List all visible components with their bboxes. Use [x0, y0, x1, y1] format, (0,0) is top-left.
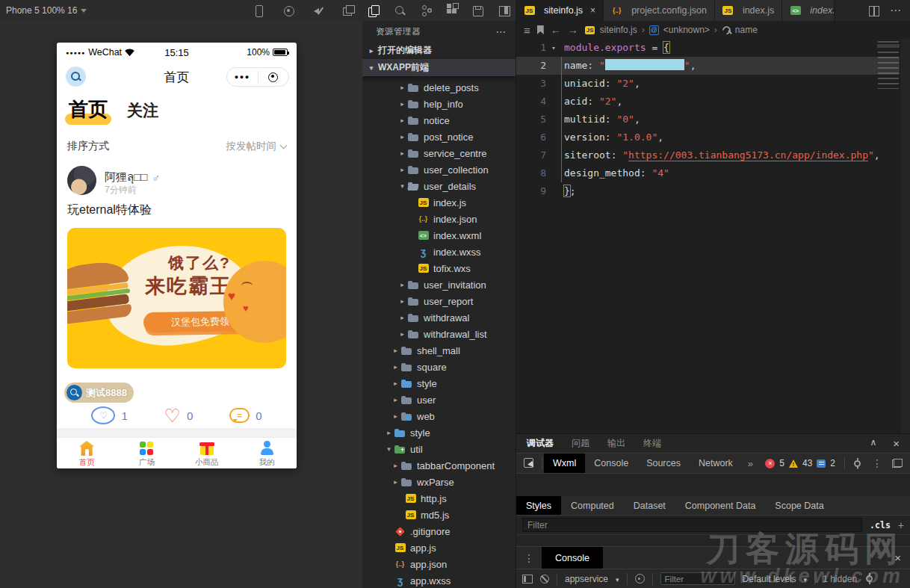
file-tree-item[interactable]: web [362, 408, 516, 424]
project-root-section[interactable]: WXAPP前端 [362, 59, 516, 76]
devtools-tab[interactable]: Network [690, 454, 742, 473]
inspect-element-icon[interactable] [524, 458, 535, 469]
code-line[interactable]: 3 uniacid: "2", [516, 75, 910, 93]
console-drawer-tab[interactable]: Console [542, 547, 603, 569]
file-tree-item[interactable]: help_info [362, 96, 516, 112]
tab-bar-item[interactable]: 小商品 [177, 438, 237, 468]
save-all-icon[interactable] [472, 4, 484, 16]
file-tree-item[interactable]: post_notice [362, 129, 516, 145]
console-filter-input[interactable]: Filter [660, 572, 735, 585]
devtools-tab[interactable]: Wxml [544, 454, 585, 473]
tab-bar-item[interactable]: 广场 [117, 438, 176, 468]
fold-icon[interactable] [546, 164, 561, 182]
file-tree-item[interactable]: http.js [362, 490, 516, 507]
file-tree-item[interactable]: user_invitation [362, 276, 516, 293]
post-stat[interactable]: 0 [164, 407, 194, 424]
fold-icon[interactable] [546, 39, 561, 57]
editor-tab[interactable]: index.js [715, 0, 782, 21]
device-selector[interactable]: Phone 5 100% 16 [0, 5, 87, 16]
code-editor[interactable]: 1 module.exports = { 2 name: "", 3 uniac… [516, 39, 910, 433]
file-tree-item[interactable]: style [362, 375, 516, 392]
file-tree-item[interactable]: withdrawal_list [362, 326, 516, 342]
console-settings-icon[interactable] [864, 574, 874, 584]
file-tree-item[interactable]: index.js [362, 194, 516, 211]
settings-gear-icon[interactable] [852, 459, 862, 468]
post-banner-image[interactable]: 饿了么? 来吃霸王餐 汉堡包免费领 ♥ ♥ [67, 228, 286, 368]
fold-icon[interactable] [546, 182, 561, 200]
code-line[interactable]: 4 acid: "2", [516, 93, 910, 111]
editor-tab[interactable]: siteinfo.js [516, 0, 604, 21]
search-icon[interactable] [394, 4, 406, 16]
file-tree-item[interactable]: notice [362, 112, 516, 129]
file-tree-item[interactable]: index.wxss [362, 244, 516, 260]
code-line[interactable]: 8 design_method: "4" [516, 164, 910, 182]
breadcrumb-member[interactable]: name [735, 25, 758, 35]
file-tree-item[interactable]: withdrawal [362, 309, 516, 326]
fold-icon[interactable] [546, 111, 561, 129]
close-minimize-icon[interactable] [259, 72, 289, 82]
close-icon[interactable] [590, 5, 595, 16]
more-actions-icon[interactable] [496, 25, 507, 37]
record-icon[interactable] [282, 4, 294, 16]
close-panel-icon[interactable] [498, 4, 510, 16]
sort-selector[interactable]: 按发帖时间 [226, 140, 287, 153]
maximize-panel-icon[interactable] [870, 437, 876, 450]
inspector-tab[interactable]: Component Data [675, 496, 766, 515]
file-tree-item[interactable]: service_centre [362, 145, 516, 161]
outline-list-icon[interactable] [524, 24, 530, 37]
file-tree-item[interactable]: user_details [362, 178, 516, 194]
panel-tab[interactable]: 终端 [643, 437, 661, 450]
windows-icon[interactable] [342, 4, 354, 16]
panel-tab[interactable]: 调试器 [527, 437, 554, 450]
file-tree-item[interactable]: index.json [362, 211, 516, 227]
file-tree-item[interactable]: app.js [362, 539, 516, 556]
more-actions-icon[interactable] [890, 4, 901, 17]
more-menu-icon[interactable]: ●●● [227, 73, 258, 81]
files-icon[interactable] [368, 4, 380, 16]
editor-tab[interactable]: project.config.json [604, 0, 715, 21]
code-line[interactable]: 2 name: "", [516, 57, 910, 75]
undock-window-icon[interactable] [892, 459, 903, 468]
fold-icon[interactable] [546, 93, 561, 111]
fold-icon[interactable] [546, 129, 561, 146]
phone-icon[interactable] [253, 4, 264, 16]
file-tree-item[interactable]: app.wxss [362, 572, 516, 588]
breadcrumb-symbol[interactable]: <unknown> [663, 25, 710, 35]
log-level-selector[interactable]: Default levels [743, 574, 796, 584]
file-tree-item[interactable]: delete_posts [362, 79, 516, 96]
more-options-icon[interactable] [872, 457, 882, 469]
drawer-menu-icon[interactable] [524, 552, 534, 564]
code-line[interactable]: 6 version: "1.0.0", [516, 129, 910, 146]
fold-icon[interactable] [546, 146, 561, 164]
inspector-tab[interactable]: Computed [561, 496, 624, 515]
file-tree-item[interactable]: style [362, 424, 516, 441]
split-editor-icon[interactable] [869, 6, 879, 15]
mute-icon[interactable] [312, 4, 324, 16]
devtools-tab[interactable]: Console [585, 454, 637, 473]
breadcrumb-file[interactable]: siteinfo.js [600, 25, 637, 35]
inspector-tab[interactable]: Dataset [624, 496, 675, 515]
more-tabs-icon[interactable] [742, 458, 759, 469]
open-editors-section[interactable]: 打开的编辑器 [362, 42, 516, 59]
post-stat[interactable]: 1 [91, 406, 127, 424]
execution-context-selector[interactable]: appservice [565, 574, 608, 584]
panel-tab[interactable]: 输出 [607, 437, 625, 450]
inspector-tab[interactable]: Scope Data [765, 496, 833, 515]
file-tree-item[interactable]: util [362, 441, 516, 457]
live-expression-icon[interactable] [635, 574, 645, 584]
panel-tab[interactable]: 问题 [572, 437, 589, 450]
code-line[interactable]: 1 module.exports = { [516, 39, 910, 57]
file-tree-item[interactable]: square [362, 359, 516, 375]
post-stat[interactable]: 0 [229, 408, 261, 423]
fold-icon[interactable] [546, 57, 561, 75]
tab-bar-item[interactable]: 首页 [57, 438, 117, 468]
post-text[interactable]: 玩eternal特体验 [67, 202, 152, 218]
navigate-back-icon[interactable]: ← [551, 24, 561, 36]
clear-console-icon[interactable] [540, 575, 549, 584]
file-tree-item[interactable]: app.json [362, 556, 516, 572]
fold-icon[interactable] [546, 75, 561, 93]
issue-badges[interactable]: 5 43 2 [765, 458, 841, 468]
styles-filter-input[interactable]: Filter [522, 518, 862, 532]
post-tag-badge[interactable]: 测试8888 [64, 383, 134, 403]
minimap[interactable] [878, 41, 899, 89]
